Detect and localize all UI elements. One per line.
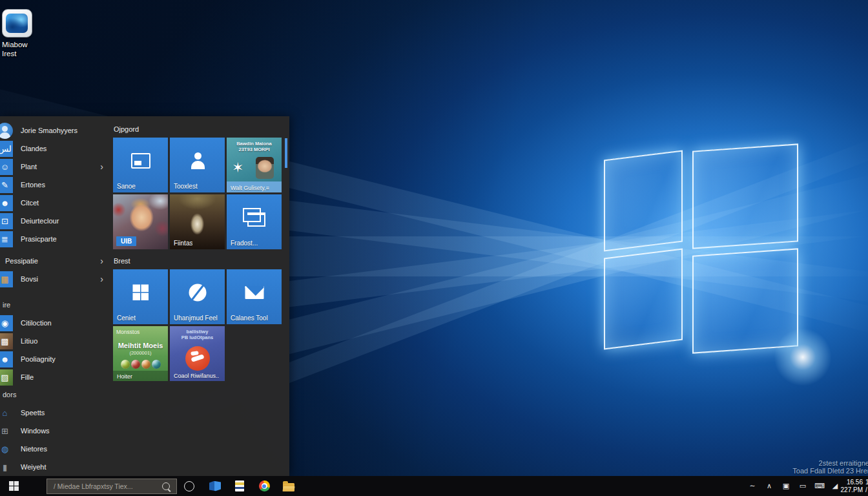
menu-item-label: Ertones bbox=[21, 181, 45, 189]
menu-item-label: Speetts bbox=[21, 409, 45, 417]
browser-logo-art bbox=[6, 14, 28, 33]
tile-hoiter[interactable]: MonsstosMeihtit Moeis(2000001)Hoiter bbox=[113, 326, 168, 381]
menu-item-label: Fille bbox=[21, 373, 34, 381]
tile-group: BrestCenietUhanjmud FeelCalanes ToolMons… bbox=[113, 257, 287, 381]
menu-item-label: Litiuo bbox=[21, 337, 37, 345]
user-avatar-icon bbox=[0, 123, 13, 139]
menu-group-pessipatie[interactable]: Pessipatie› bbox=[0, 252, 111, 270]
win-grid-icon bbox=[132, 284, 149, 300]
tile-coaol-riwifanus-[interactable]: ballistiwyPB ludOtpansCoaol Riwifanus.. bbox=[170, 326, 225, 381]
user-name: Jorie Smaohyyers bbox=[21, 127, 78, 134]
taskbar-search[interactable]: / Miedae Lbfrapxtsy Tiex... bbox=[46, 479, 177, 494]
section-letter-label: ire bbox=[3, 301, 10, 309]
photo-app-icon: ▨ bbox=[0, 369, 13, 386]
mail-icon bbox=[245, 286, 264, 299]
mail-app-icon bbox=[209, 481, 221, 491]
menu-item-speetts[interactable]: ⌂Speetts bbox=[0, 404, 111, 422]
promo-top-text: ballistiwyPB ludOtpans bbox=[170, 329, 225, 340]
checkbox-icon[interactable]: ▣ bbox=[781, 482, 791, 490]
cortana-icon[interactable] bbox=[184, 481, 194, 491]
tile-label: Tooxlest bbox=[174, 183, 198, 190]
scrollbar-thumb[interactable] bbox=[285, 138, 287, 168]
menu-item-nietores[interactable]: ◍Nietores bbox=[0, 440, 111, 458]
tile-group: OjpgordSanoeTooxlestBawdin Maiona23T93 M… bbox=[113, 125, 287, 249]
tile-label: Uhanjmud Feel bbox=[174, 315, 218, 322]
news-headline-line1: Bawdin Maiona bbox=[227, 141, 282, 147]
picture-frame-icon bbox=[131, 153, 150, 169]
menu-item-bovsi[interactable]: ▦Bovsi› bbox=[0, 270, 111, 288]
portrait-photo bbox=[256, 157, 274, 179]
section-letter[interactable]: ire bbox=[0, 298, 111, 311]
person-icon bbox=[188, 152, 207, 169]
tile-sanoe[interactable]: Sanoe bbox=[113, 138, 168, 192]
shortcut-label-line1: Miabow bbox=[2, 40, 48, 49]
layers-app-icon: ≣ bbox=[0, 231, 13, 247]
disc-app-icon: ◍ bbox=[0, 441, 13, 457]
start-menu-tiles: OjpgordSanoeTooxlestBawdin Maiona23T93 M… bbox=[113, 116, 287, 381]
tile-group-header: Brest bbox=[114, 257, 287, 265]
windows-logo-pane bbox=[692, 143, 798, 249]
shortcut-label-line2: Irest bbox=[2, 49, 48, 58]
keyboard-icon[interactable]: ⌨ bbox=[814, 482, 825, 490]
game-balls-art bbox=[121, 360, 161, 369]
people-app-icon: ☻ bbox=[0, 351, 13, 367]
menu-item-clandes[interactable]: لسClandes bbox=[0, 140, 111, 158]
grid-app-icon: ⊞ bbox=[0, 423, 13, 439]
tile-label: Hoiter bbox=[117, 373, 132, 380]
tile-label: Sanoe bbox=[117, 183, 136, 190]
menu-item-weiyeht[interactable]: ▮Weiyeht bbox=[0, 458, 111, 476]
menu-item-label: Citcet bbox=[21, 199, 39, 207]
user-profile-item[interactable]: Jorie Smaohyyers bbox=[0, 121, 111, 140]
menu-item-ertones[interactable]: ✎Ertones bbox=[0, 176, 111, 194]
menu-item-label: Pooliagnity bbox=[21, 355, 56, 363]
file-explorer-button[interactable] bbox=[283, 480, 294, 491]
menu-item-windows[interactable]: ⊞Windows bbox=[0, 422, 111, 440]
game-ball bbox=[121, 360, 130, 369]
start-menu: Jorie Smaohyyers لسClandes☺Plant›✎Ertone… bbox=[0, 116, 289, 476]
tile-label: Fradost... bbox=[231, 240, 258, 247]
start-button[interactable] bbox=[0, 476, 30, 496]
photo-app-icon: ▩ bbox=[0, 333, 13, 349]
menu-item-prasicparte[interactable]: ≣Prasicparte bbox=[0, 230, 111, 248]
person-icon bbox=[188, 152, 207, 169]
person-app-icon: ☻ bbox=[0, 195, 13, 211]
taskbar: / Miedae Lbfrapxtsy Tiex... ∼∧▣▭⌨◢ 16.56… bbox=[0, 476, 868, 496]
game-ball bbox=[152, 360, 161, 369]
section-letter[interactable]: dors bbox=[0, 388, 111, 401]
game-ball bbox=[131, 360, 140, 369]
tile-fradost-[interactable]: Fradost... bbox=[227, 194, 282, 249]
menu-item-deiurteclour[interactable]: ⊡Deiurteclour bbox=[0, 212, 111, 230]
tile-ceniet[interactable]: Ceniet bbox=[113, 269, 168, 324]
tile-walt-gulisety-[interactable]: Bawdin Maiona23T93 MORPI✶Walt Gulisety,≡ bbox=[227, 138, 282, 192]
desktop-shortcut[interactable]: Miabow Irest bbox=[2, 9, 48, 58]
document-app-button[interactable] bbox=[234, 480, 245, 491]
menu-item-label: Weiyeht bbox=[21, 463, 46, 471]
menu-item-litiuo[interactable]: ▩Litiuo bbox=[0, 332, 111, 350]
battery-icon[interactable]: ▭ bbox=[798, 482, 808, 490]
tool-app-icon: ✎ bbox=[0, 177, 13, 193]
tile-label: Walt Gulisety,≡ bbox=[231, 185, 269, 191]
clock-meridiem: 227.PM bbox=[834, 486, 863, 494]
menu-item-plant[interactable]: ☺Plant› bbox=[0, 158, 111, 176]
date-top: 1/ bbox=[865, 479, 868, 486]
menu-item-pooliagnity[interactable]: ☻Pooliagnity bbox=[0, 350, 111, 368]
menu-item-fille[interactable]: ▨Fille bbox=[0, 368, 111, 386]
pen-icon[interactable]: ∼ bbox=[747, 482, 758, 490]
tile-calanes-tool[interactable]: Calanes Tool bbox=[227, 269, 282, 324]
show-hidden-icons-icon[interactable]: ∧ bbox=[764, 482, 774, 490]
tile-label-bar: Walt Gulisety,≡ bbox=[227, 181, 282, 192]
menu-item-citcet[interactable]: ☻Citcet bbox=[0, 194, 111, 212]
tile-fiintas[interactable]: Fiintas bbox=[170, 194, 225, 249]
chrome-app-button[interactable] bbox=[258, 480, 270, 491]
tile-tooxlest[interactable]: Tooxlest bbox=[170, 138, 225, 192]
tile-uhanjmud-feel[interactable]: Uhanjmud Feel bbox=[170, 269, 225, 324]
menu-item-citiloction[interactable]: ◉Citiloction bbox=[0, 314, 111, 332]
tile-grid: CenietUhanjmud FeelCalanes ToolMonsstosM… bbox=[113, 269, 287, 381]
taskbar-clock[interactable]: 16.56 227.PM bbox=[834, 479, 863, 494]
document-app-icon bbox=[235, 480, 244, 491]
tile-uib[interactable]: UIB bbox=[113, 194, 168, 249]
tile-label: Fiintas bbox=[174, 240, 192, 247]
circle-slash-icon bbox=[189, 284, 206, 301]
mail-app-button[interactable] bbox=[209, 480, 221, 491]
circle-slash-icon bbox=[189, 284, 206, 301]
